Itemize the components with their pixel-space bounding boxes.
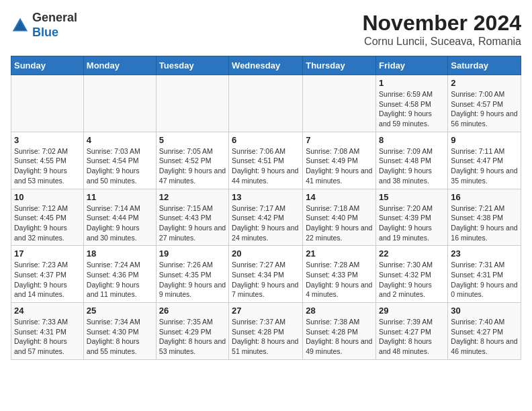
calendar-cell: 8Sunrise: 7:09 AM Sunset: 4:48 PM Daylig… xyxy=(376,132,448,189)
day-number: 5 xyxy=(159,135,226,145)
title-section: November 2024 Cornu Luncii, Suceava, Rom… xyxy=(362,11,521,48)
day-info: Sunrise: 7:06 AM Sunset: 4:51 PM Dayligh… xyxy=(232,146,300,186)
day-number: 7 xyxy=(306,135,373,145)
day-info: Sunrise: 7:27 AM Sunset: 4:34 PM Dayligh… xyxy=(232,260,300,300)
day-info: Sunrise: 7:21 AM Sunset: 4:38 PM Dayligh… xyxy=(451,203,518,243)
day-number: 22 xyxy=(379,248,445,259)
calendar-cell xyxy=(83,75,156,132)
calendar-cell: 24Sunrise: 7:33 AM Sunset: 4:31 PM Dayli… xyxy=(11,303,84,360)
calendar-cell: 30Sunrise: 7:40 AM Sunset: 4:27 PM Dayli… xyxy=(448,303,521,360)
day-info: Sunrise: 7:35 AM Sunset: 4:29 PM Dayligh… xyxy=(159,317,226,357)
day-info: Sunrise: 7:17 AM Sunset: 4:42 PM Dayligh… xyxy=(232,203,300,243)
day-number: 24 xyxy=(14,306,81,316)
calendar-cell: 6Sunrise: 7:06 AM Sunset: 4:51 PM Daylig… xyxy=(229,132,303,189)
calendar-cell: 18Sunrise: 7:24 AM Sunset: 4:36 PM Dayli… xyxy=(83,246,156,303)
day-info: Sunrise: 7:40 AM Sunset: 4:27 PM Dayligh… xyxy=(451,317,518,357)
calendar-cell: 3Sunrise: 7:02 AM Sunset: 4:55 PM Daylig… xyxy=(11,132,84,189)
logo-blue: Blue xyxy=(32,26,77,40)
day-info: Sunrise: 7:15 AM Sunset: 4:43 PM Dayligh… xyxy=(159,203,226,243)
day-info: Sunrise: 7:24 AM Sunset: 4:36 PM Dayligh… xyxy=(87,260,153,300)
day-info: Sunrise: 7:18 AM Sunset: 4:40 PM Dayligh… xyxy=(306,203,373,243)
location-subtitle: Cornu Luncii, Suceava, Romania xyxy=(362,36,521,48)
day-info: Sunrise: 7:23 AM Sunset: 4:37 PM Dayligh… xyxy=(14,260,81,300)
day-info: Sunrise: 7:20 AM Sunset: 4:39 PM Dayligh… xyxy=(379,203,445,243)
day-number: 26 xyxy=(159,306,226,316)
calendar-cell: 12Sunrise: 7:15 AM Sunset: 4:43 PM Dayli… xyxy=(156,189,228,246)
calendar-header-row: SundayMondayTuesdayWednesdayThursdayFrid… xyxy=(11,56,521,75)
calendar-cell: 13Sunrise: 7:17 AM Sunset: 4:42 PM Dayli… xyxy=(229,189,303,246)
day-info: Sunrise: 7:14 AM Sunset: 4:44 PM Dayligh… xyxy=(87,203,153,243)
logo-icon xyxy=(11,16,30,35)
day-info: Sunrise: 7:09 AM Sunset: 4:48 PM Dayligh… xyxy=(379,146,445,186)
day-number: 4 xyxy=(87,135,153,145)
day-info: Sunrise: 7:12 AM Sunset: 4:45 PM Dayligh… xyxy=(14,203,81,243)
weekday-header-wednesday: Wednesday xyxy=(229,56,303,75)
day-number: 20 xyxy=(232,248,300,259)
weekday-header-saturday: Saturday xyxy=(448,56,521,75)
day-info: Sunrise: 7:30 AM Sunset: 4:32 PM Dayligh… xyxy=(379,260,445,300)
day-number: 10 xyxy=(14,192,81,202)
calendar-cell: 16Sunrise: 7:21 AM Sunset: 4:38 PM Dayli… xyxy=(448,189,521,246)
calendar-cell: 4Sunrise: 7:03 AM Sunset: 4:54 PM Daylig… xyxy=(83,132,156,189)
calendar-cell xyxy=(303,75,376,132)
calendar-cell: 15Sunrise: 7:20 AM Sunset: 4:39 PM Dayli… xyxy=(376,189,448,246)
day-info: Sunrise: 7:08 AM Sunset: 4:49 PM Dayligh… xyxy=(306,146,373,186)
day-number: 21 xyxy=(306,248,373,259)
weekday-header-sunday: Sunday xyxy=(11,56,84,75)
day-number: 12 xyxy=(159,192,226,202)
calendar-week-2: 3Sunrise: 7:02 AM Sunset: 4:55 PM Daylig… xyxy=(11,132,521,189)
weekday-header-tuesday: Tuesday xyxy=(156,56,228,75)
calendar-cell: 9Sunrise: 7:11 AM Sunset: 4:47 PM Daylig… xyxy=(448,132,521,189)
day-info: Sunrise: 7:33 AM Sunset: 4:31 PM Dayligh… xyxy=(14,317,81,357)
day-info: Sunrise: 7:34 AM Sunset: 4:30 PM Dayligh… xyxy=(87,317,153,357)
calendar-cell: 29Sunrise: 7:39 AM Sunset: 4:27 PM Dayli… xyxy=(376,303,448,360)
calendar-week-4: 17Sunrise: 7:23 AM Sunset: 4:37 PM Dayli… xyxy=(11,246,521,303)
calendar-cell: 23Sunrise: 7:31 AM Sunset: 4:31 PM Dayli… xyxy=(448,246,521,303)
calendar-cell xyxy=(11,75,84,132)
calendar-cell: 28Sunrise: 7:38 AM Sunset: 4:28 PM Dayli… xyxy=(303,303,376,360)
calendar-cell: 1Sunrise: 6:59 AM Sunset: 4:58 PM Daylig… xyxy=(376,75,448,132)
calendar-cell: 19Sunrise: 7:26 AM Sunset: 4:35 PM Dayli… xyxy=(156,246,228,303)
day-info: Sunrise: 7:00 AM Sunset: 4:57 PM Dayligh… xyxy=(451,89,518,129)
day-number: 8 xyxy=(379,135,445,145)
day-number: 1 xyxy=(379,78,445,88)
calendar-cell: 17Sunrise: 7:23 AM Sunset: 4:37 PM Dayli… xyxy=(11,246,84,303)
day-info: Sunrise: 7:28 AM Sunset: 4:33 PM Dayligh… xyxy=(306,260,373,300)
day-number: 14 xyxy=(306,192,373,202)
calendar-cell: 5Sunrise: 7:05 AM Sunset: 4:52 PM Daylig… xyxy=(156,132,228,189)
page-header: General Blue November 2024 Cornu Luncii,… xyxy=(11,11,521,48)
day-number: 17 xyxy=(14,248,81,259)
calendar-cell: 22Sunrise: 7:30 AM Sunset: 4:32 PM Dayli… xyxy=(376,246,448,303)
day-info: Sunrise: 7:02 AM Sunset: 4:55 PM Dayligh… xyxy=(14,146,81,186)
logo-general: General xyxy=(32,11,77,26)
day-info: Sunrise: 7:26 AM Sunset: 4:35 PM Dayligh… xyxy=(159,260,226,300)
day-info: Sunrise: 6:59 AM Sunset: 4:58 PM Dayligh… xyxy=(379,89,445,129)
day-info: Sunrise: 7:31 AM Sunset: 4:31 PM Dayligh… xyxy=(451,260,518,300)
day-number: 2 xyxy=(451,78,518,88)
calendar-week-1: 1Sunrise: 6:59 AM Sunset: 4:58 PM Daylig… xyxy=(11,75,521,132)
day-number: 30 xyxy=(451,306,518,316)
logo-text: General Blue xyxy=(32,11,77,40)
calendar-cell: 21Sunrise: 7:28 AM Sunset: 4:33 PM Dayli… xyxy=(303,246,376,303)
day-info: Sunrise: 7:38 AM Sunset: 4:28 PM Dayligh… xyxy=(306,317,373,357)
calendar-cell: 14Sunrise: 7:18 AM Sunset: 4:40 PM Dayli… xyxy=(303,189,376,246)
day-info: Sunrise: 7:11 AM Sunset: 4:47 PM Dayligh… xyxy=(451,146,518,186)
month-title: November 2024 xyxy=(362,11,521,36)
day-number: 16 xyxy=(451,192,518,202)
calendar-cell xyxy=(229,75,303,132)
calendar-cell: 11Sunrise: 7:14 AM Sunset: 4:44 PM Dayli… xyxy=(83,189,156,246)
day-number: 23 xyxy=(451,248,518,259)
calendar-cell xyxy=(156,75,228,132)
calendar-table: SundayMondayTuesdayWednesdayThursdayFrid… xyxy=(11,56,521,360)
day-number: 13 xyxy=(232,192,300,202)
day-number: 18 xyxy=(87,248,153,259)
day-number: 27 xyxy=(232,306,300,316)
calendar-week-3: 10Sunrise: 7:12 AM Sunset: 4:45 PM Dayli… xyxy=(11,189,521,246)
calendar-cell: 20Sunrise: 7:27 AM Sunset: 4:34 PM Dayli… xyxy=(229,246,303,303)
day-number: 19 xyxy=(159,248,226,259)
day-number: 29 xyxy=(379,306,445,316)
day-number: 25 xyxy=(87,306,153,316)
day-number: 15 xyxy=(379,192,445,202)
day-info: Sunrise: 7:05 AM Sunset: 4:52 PM Dayligh… xyxy=(159,146,226,186)
day-number: 11 xyxy=(87,192,153,202)
